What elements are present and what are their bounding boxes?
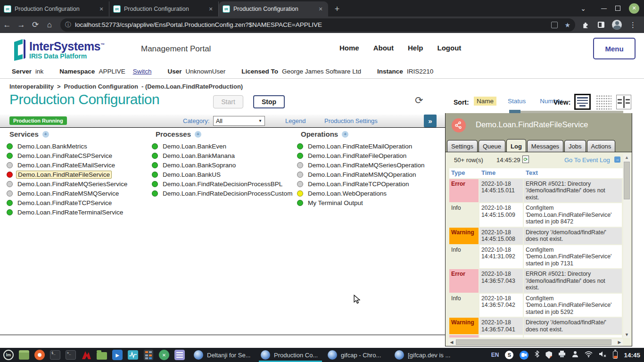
- green-x-app-icon[interactable]: ✕: [158, 349, 170, 361]
- back-icon[interactable]: ←: [0, 20, 14, 30]
- operation-name[interactable]: Demo.Loan.FindRateMQSeriesOperation: [306, 162, 426, 169]
- notes-app-icon[interactable]: [174, 349, 185, 361]
- taskbar-window-button[interactable]: gifcap - Chro...: [324, 348, 391, 362]
- skype-tray-icon[interactable]: S: [505, 351, 513, 359]
- zoom-tray-icon[interactable]: [520, 351, 528, 360]
- process-name[interactable]: Demo.Loan.BankSoprano: [161, 162, 237, 169]
- add-service-icon[interactable]: +: [42, 131, 49, 138]
- view-split-icon[interactable]: [616, 95, 631, 109]
- log-row[interactable]: Error 2022-10-18 ERROR #5021: Directory: [449, 335, 623, 337]
- process-name[interactable]: Demo.Loan.FindRateDecisionProcessBPL: [161, 181, 284, 188]
- log-horizontal-scrollbar[interactable]: ◀ ▶: [448, 339, 623, 346]
- operation-name[interactable]: Demo.Loan.FindRateFileOperation: [306, 152, 408, 159]
- bookmark-star-icon[interactable]: ★: [564, 21, 570, 29]
- process-name[interactable]: Demo.Loan.BankUS: [161, 171, 222, 178]
- operation-name[interactable]: Demo.Loan.FindRateMSMQOperation: [306, 171, 418, 178]
- extensions-icon[interactable]: [582, 21, 590, 29]
- scroll-right-icon[interactable]: ▶: [616, 339, 623, 346]
- service-item[interactable]: Demo.Loan.BankMetrics: [7, 141, 129, 151]
- scroll-down-icon[interactable]: ▼: [623, 331, 630, 338]
- vertical-scrollbar-thumb[interactable]: [624, 162, 630, 199]
- log-row[interactable]: Error 2022-10-18 14:36:57.043 ERROR #502…: [449, 269, 623, 293]
- portal-nav-link[interactable]: Help: [408, 44, 423, 52]
- log-header-text[interactable]: Text: [524, 168, 622, 178]
- operation-name[interactable]: Demo.Loan.FindRateEMailOperation: [306, 143, 413, 150]
- add-operation-icon[interactable]: +: [342, 131, 348, 138]
- refresh-icon[interactable]: ⟳: [415, 95, 423, 106]
- service-name[interactable]: Demo.Loan.BankMetrics: [16, 143, 89, 150]
- mint-menu-icon[interactable]: lm: [3, 349, 14, 361]
- log-header-time[interactable]: Time: [479, 168, 523, 178]
- side-panel-icon[interactable]: [598, 22, 604, 28]
- user-session-icon[interactable]: [572, 351, 578, 359]
- service-name[interactable]: Demo.Loan.FindRateCSPService: [16, 152, 114, 159]
- scroll-up-icon[interactable]: ▲: [623, 154, 630, 161]
- service-item[interactable]: Demo.Loan.FindRateCSPService: [7, 151, 129, 160]
- service-item[interactable]: Demo.Loan.FindRateMSMQService: [7, 189, 129, 198]
- service-item[interactable]: Demo.Loan.FindRateEMailService: [7, 160, 129, 170]
- panel-tab[interactable]: Settings: [447, 140, 478, 152]
- operation-name[interactable]: Demo.Loan.FindRateTCPOperation: [306, 181, 411, 188]
- tab-search-chevron-icon[interactable]: ⌄: [580, 5, 586, 12]
- bluetooth-icon[interactable]: [535, 350, 539, 360]
- process-item[interactable]: Demo.Loan.BankManana: [152, 151, 294, 160]
- panel-tab[interactable]: Queue: [479, 140, 505, 152]
- tab-close-icon[interactable]: ✕: [98, 6, 105, 12]
- browser-menu-icon[interactable]: ⋮: [629, 21, 636, 29]
- process-item[interactable]: Demo.Loan.FindRateDecisionProcessCustom: [152, 189, 294, 198]
- service-item[interactable]: Demo.Loan.FindRateTerminalService: [7, 207, 129, 217]
- service-item[interactable]: Demo.Loan.FindRateFileService: [7, 170, 129, 179]
- browser-tab[interactable]: IR Production Configuration ✕: [0, 1, 109, 16]
- legend-link[interactable]: Legend: [285, 117, 305, 124]
- service-item[interactable]: Demo.Loan.FindRateTCPService: [7, 198, 129, 207]
- portal-nav-link[interactable]: Home: [339, 44, 359, 52]
- operation-name[interactable]: Demo.Loan.WebOperations: [306, 190, 388, 197]
- operation-item[interactable]: Demo.Loan.FindRateFileOperation: [297, 151, 426, 160]
- close-window-button[interactable]: ✕: [629, 3, 639, 14]
- red-app-icon[interactable]: [81, 349, 92, 361]
- share-icon[interactable]: [551, 22, 558, 28]
- log-row[interactable]: Info 2022-10-18 14:36:57.042 ConfigItem …: [449, 294, 623, 317]
- forward-icon[interactable]: →: [14, 20, 28, 30]
- log-row[interactable]: Warning 2022-10-18 14:45:15.008 Director…: [449, 228, 623, 244]
- go-to-event-log-link[interactable]: Go To Event Log: [564, 156, 610, 164]
- operation-item[interactable]: Demo.Loan.FindRateEMailOperation: [297, 141, 426, 151]
- minimize-button[interactable]: —: [601, 5, 607, 12]
- home-icon[interactable]: ⌂: [42, 20, 57, 30]
- breadcrumb-root[interactable]: Interoperability: [9, 83, 54, 90]
- horizontal-scrollbar-thumb[interactable]: [456, 339, 611, 345]
- stop-button[interactable]: Stop: [253, 95, 285, 108]
- operation-item[interactable]: Demo.Loan.FindRateMSMQOperation: [297, 170, 426, 179]
- process-name[interactable]: Demo.Loan.BankEven: [161, 143, 228, 150]
- new-tab-button[interactable]: +: [331, 3, 343, 15]
- process-name[interactable]: Demo.Loan.FindRateDecisionProcessCustom: [161, 190, 294, 197]
- file-manager-icon[interactable]: [96, 349, 107, 361]
- process-item[interactable]: Demo.Loan.BankUS: [152, 170, 294, 179]
- sort-option[interactable]: Status: [505, 97, 528, 106]
- service-name[interactable]: Demo.Loan.FindRateFileService: [16, 171, 112, 179]
- tab-close-icon[interactable]: ✕: [207, 6, 215, 12]
- service-name[interactable]: Demo.Loan.FindRateTerminalService: [16, 209, 124, 216]
- service-name[interactable]: Demo.Loan.FindRateMQSeriesService: [16, 181, 129, 188]
- reload-icon[interactable]: ⟳: [28, 20, 42, 30]
- printer-icon[interactable]: [558, 351, 566, 359]
- panel-tab[interactable]: Actions: [587, 140, 616, 152]
- sort-option[interactable]: Name: [474, 97, 496, 106]
- operation-item[interactable]: My Terminal Output: [297, 198, 426, 207]
- view-list-icon[interactable]: [574, 94, 591, 110]
- process-name[interactable]: Demo.Loan.BankManana: [161, 152, 236, 159]
- start-button[interactable]: Start: [213, 95, 243, 108]
- portal-nav-link[interactable]: About: [373, 44, 394, 52]
- service-name[interactable]: Demo.Loan.FindRateEMailService: [16, 162, 116, 169]
- production-settings-link[interactable]: Production Settings: [324, 117, 378, 124]
- operation-item[interactable]: Demo.Loan.FindRateMQSeriesOperation: [297, 160, 426, 170]
- restore-button[interactable]: [615, 6, 620, 11]
- url-text[interactable]: localhost:52773/csp/applive/EnsPortal.Pr…: [75, 21, 551, 28]
- service-name[interactable]: Demo.Loan.FindRateTCPService: [16, 199, 113, 206]
- terminal-icon[interactable]: $_: [50, 349, 61, 361]
- pomodoro-app-icon[interactable]: [34, 349, 45, 361]
- taskbar-window-button[interactable]: Deltanji for Se...: [190, 348, 257, 362]
- panel-tab[interactable]: Log: [506, 139, 526, 152]
- security-shield-icon[interactable]: [545, 351, 552, 359]
- code-editor-icon[interactable]: ▶: [112, 349, 123, 361]
